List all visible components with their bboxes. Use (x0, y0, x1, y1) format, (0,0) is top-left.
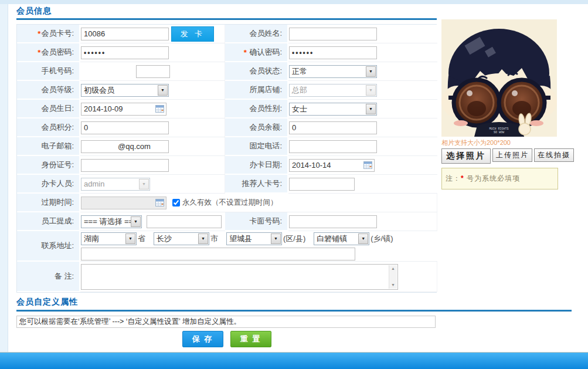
level-cell: 初级会员▼ (80, 81, 225, 100)
remark-scrollbar[interactable]: ▲ ▼ (389, 265, 397, 289)
birthday-label: 会员生日: (17, 100, 80, 119)
chevron-down-icon[interactable]: ▼ (366, 66, 376, 77)
shop-select-disabled: 总部▼ (289, 84, 377, 97)
mobile-cell (80, 62, 225, 81)
calendar-icon[interactable] (363, 161, 372, 169)
scroll-up-icon[interactable]: ▲ (389, 265, 397, 272)
town-select[interactable]: 白箬铺镇▼ (314, 232, 369, 245)
svg-text:SO WOW: SO WOW (494, 131, 504, 134)
operator-cell: admin▼ (80, 175, 225, 194)
card-date-cell: 2014-10-14 (288, 156, 437, 175)
photo-buttons: 选择照片 上传照片 在线拍摄 (441, 148, 559, 164)
footer-bar (0, 352, 588, 369)
city-select[interactable]: 长沙▼ (154, 232, 209, 245)
province-select[interactable]: 湖南▼ (81, 232, 137, 245)
issue-card-button[interactable]: 发 卡 (171, 26, 214, 42)
district-select[interactable]: 望城县▼ (226, 232, 282, 245)
expiry-cell: 永久有效（不设置过期时间） (80, 194, 437, 212)
gender-select[interactable]: 女士▼ (289, 103, 377, 116)
section-title-custom-attrs: 会员自定义属性 (16, 297, 78, 307)
chevron-down-icon[interactable]: ▼ (125, 233, 135, 244)
chevron-down-icon[interactable]: ▼ (358, 233, 368, 244)
card-date-input[interactable]: 2014-10-14 (289, 159, 375, 172)
choose-photo-button[interactable]: 选择照片 (441, 148, 491, 164)
member-name-input[interactable] (289, 28, 377, 40)
upload-photo-button[interactable]: 上传照片 (492, 148, 532, 162)
reset-button[interactable]: 重 置 (230, 331, 271, 347)
level-label: 会员等级: (17, 81, 80, 100)
scroll-down-icon[interactable]: ▼ (389, 282, 397, 289)
save-button[interactable]: 保 存 (182, 331, 223, 347)
commission-label: 员工提成: (17, 212, 80, 231)
chevron-down-icon[interactable]: ▼ (271, 233, 281, 244)
remark-cell: ▲ ▼ (80, 262, 437, 292)
points-input[interactable] (81, 121, 169, 134)
password-input[interactable] (81, 46, 169, 59)
shop-cell: 总部▼ (288, 81, 437, 100)
balance-label: 会员余额: (225, 119, 288, 137)
id-card-input[interactable] (81, 159, 169, 172)
online-capture-button[interactable]: 在线拍摄 (534, 148, 574, 162)
email-cell (80, 137, 225, 156)
level-select[interactable]: 初级会员▼ (81, 84, 169, 97)
card-face-cell (288, 212, 437, 231)
mobile-input[interactable] (136, 65, 170, 78)
card-face-label: 卡面号码: (225, 212, 288, 231)
calendar-icon[interactable] (155, 105, 164, 113)
expiry-date-input-disabled (81, 197, 166, 209)
email-input[interactable] (81, 140, 169, 153)
expiry-label: 过期时间: (17, 194, 80, 212)
note-prefix: 注： (446, 174, 461, 182)
landline-label: 固定电话: (225, 137, 288, 156)
remark-label: 备 注: (17, 262, 80, 292)
birthday-date-input[interactable]: 2014-10-09 (81, 103, 166, 116)
referrer-cell (288, 175, 437, 194)
card-no-input[interactable] (81, 28, 169, 40)
member-name-label: 会员姓名: (225, 25, 288, 43)
referrer-label: 推荐人卡号: (225, 175, 288, 194)
status-select[interactable]: 正常▼ (289, 65, 377, 78)
card-no-label: *会员卡号: (17, 25, 80, 43)
required-mark: * (38, 29, 40, 38)
mobile-label: 手机号码: (17, 62, 80, 81)
operator-select-disabled: admin▼ (81, 178, 150, 191)
note-text: 号为系统必填项 (464, 174, 520, 182)
commission-input[interactable] (147, 215, 222, 228)
required-note-box: 注：* 号为系统必填项 (441, 168, 558, 189)
chevron-down-icon[interactable]: ▼ (131, 216, 141, 227)
password-cell (80, 43, 225, 62)
calendar-icon (155, 199, 164, 206)
shop-label: 所属店铺: (225, 81, 288, 100)
commission-cell: === 请选择 ===▼ (80, 212, 225, 231)
card-face-input[interactable] (289, 215, 377, 228)
confirm-password-input[interactable] (289, 46, 377, 59)
points-label: 会员积分: (17, 119, 80, 137)
referrer-input[interactable] (289, 178, 355, 191)
chevron-down-icon[interactable]: ▼ (366, 104, 376, 114)
form-actions: 保 存 重 置 (16, 331, 437, 347)
status-cell: 正常▼ (288, 62, 437, 81)
id-card-cell (80, 156, 225, 175)
member-info-page: 会员信息 *会员卡号: 发 卡 会员姓名: *会员密码: * 确认密码: 手机号… (0, 0, 588, 369)
permanent-valid-label: 永久有效（不设置过期时间） (182, 198, 278, 208)
status-label: 会员状态: (225, 62, 288, 81)
permanent-valid-checkbox[interactable] (172, 199, 180, 206)
chevron-down-icon[interactable]: ▼ (198, 233, 208, 244)
photo-panel: MUCH RIGHTS SO WOW 相片支持大小为200*200 选择照片 上… (441, 19, 559, 189)
commission-select[interactable]: === 请选择 ===▼ (81, 215, 142, 228)
card-no-cell: 发 卡 (80, 25, 225, 43)
section-title-member-info: 会员信息 (16, 6, 52, 16)
chevron-down-icon[interactable]: ▼ (158, 85, 168, 96)
birthday-cell: 2014-10-09 (80, 100, 225, 119)
id-card-label: 身份证号: (17, 156, 80, 175)
landline-input[interactable] (289, 140, 377, 153)
address-cell: 湖南▼ 省 长沙▼ 市 望城县▼ (区/县) 白箬铺镇▼ (乡/镇) (80, 231, 437, 262)
remark-textarea[interactable]: ▲ ▼ (81, 264, 398, 290)
address-detail-input[interactable] (81, 248, 355, 260)
balance-cell (288, 119, 437, 137)
member-avatar: MUCH RIGHTS SO WOW (441, 19, 557, 137)
balance-input[interactable] (289, 121, 377, 134)
card-date-label: 办卡日期: (225, 156, 288, 175)
section-divider (16, 310, 572, 312)
city-suffix: 市 (210, 233, 218, 244)
